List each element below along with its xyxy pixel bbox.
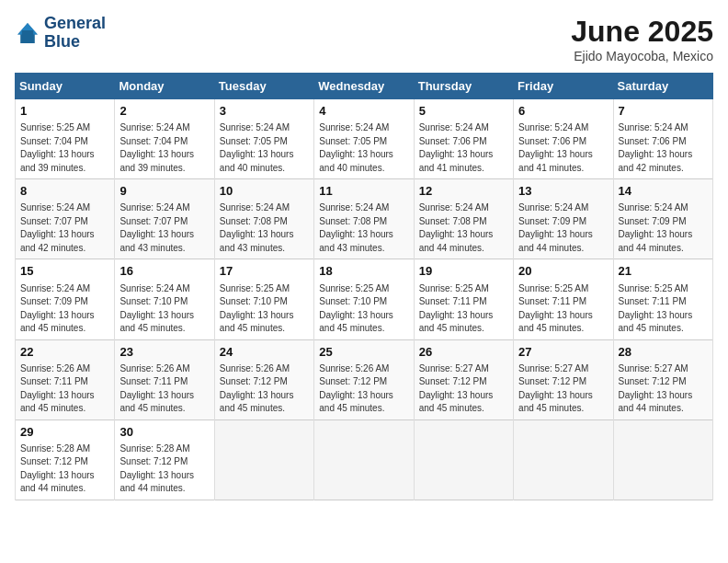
day-number: 28 xyxy=(619,344,708,361)
calendar-day-cell: 9Sunrise: 5:24 AM Sunset: 7:07 PM Daylig… xyxy=(115,179,214,259)
day-number: 24 xyxy=(220,344,309,361)
day-info: Sunrise: 5:28 AM Sunset: 7:12 PM Dayligh… xyxy=(119,442,209,496)
day-info: Sunrise: 5:24 AM Sunset: 7:05 PM Dayligh… xyxy=(220,121,309,175)
calendar-day-cell: 22Sunrise: 5:26 AM Sunset: 7:11 PM Dayli… xyxy=(16,339,115,419)
day-info: Sunrise: 5:24 AM Sunset: 7:06 PM Dayligh… xyxy=(518,121,608,175)
day-info: Sunrise: 5:25 AM Sunset: 7:10 PM Dayligh… xyxy=(319,282,408,336)
day-info: Sunrise: 5:24 AM Sunset: 7:07 PM Dayligh… xyxy=(20,201,109,255)
day-info: Sunrise: 5:26 AM Sunset: 7:11 PM Dayligh… xyxy=(20,362,109,416)
day-number: 18 xyxy=(319,263,408,280)
header-cell-friday: Friday xyxy=(514,74,613,99)
calendar-day-cell: 28Sunrise: 5:27 AM Sunset: 7:12 PM Dayli… xyxy=(613,339,712,419)
calendar-day-cell: 3Sunrise: 5:24 AM Sunset: 7:05 PM Daylig… xyxy=(214,99,313,179)
day-number: 6 xyxy=(518,103,608,120)
calendar-week-row: 15Sunrise: 5:24 AM Sunset: 7:09 PM Dayli… xyxy=(16,259,713,339)
calendar-day-cell: 26Sunrise: 5:27 AM Sunset: 7:12 PM Dayli… xyxy=(414,339,513,419)
calendar-day-cell: 19Sunrise: 5:25 AM Sunset: 7:11 PM Dayli… xyxy=(414,259,513,339)
calendar-subtitle: Ejido Mayocoba, Mexico xyxy=(571,49,713,63)
day-info: Sunrise: 5:24 AM Sunset: 7:05 PM Dayligh… xyxy=(319,121,408,175)
day-number: 7 xyxy=(619,103,708,120)
calendar-day-cell: 20Sunrise: 5:25 AM Sunset: 7:11 PM Dayli… xyxy=(514,259,613,339)
day-info: Sunrise: 5:26 AM Sunset: 7:11 PM Dayligh… xyxy=(119,362,209,416)
calendar-day-cell: 7Sunrise: 5:24 AM Sunset: 7:06 PM Daylig… xyxy=(613,99,712,179)
day-number: 20 xyxy=(518,263,608,280)
calendar-day-cell: 2Sunrise: 5:24 AM Sunset: 7:04 PM Daylig… xyxy=(115,99,214,179)
day-info: Sunrise: 5:24 AM Sunset: 7:04 PM Dayligh… xyxy=(119,121,209,175)
day-number: 17 xyxy=(220,263,309,280)
calendar-table: SundayMondayTuesdayWednesdayThursdayFrid… xyxy=(15,73,713,500)
logo-text: General Blue xyxy=(44,15,106,52)
calendar-day-cell: 8Sunrise: 5:24 AM Sunset: 7:07 PM Daylig… xyxy=(16,179,115,259)
day-number: 12 xyxy=(419,183,508,200)
day-number: 29 xyxy=(20,424,109,441)
day-number: 2 xyxy=(119,103,209,120)
day-number: 5 xyxy=(419,103,508,120)
day-number: 8 xyxy=(20,183,109,200)
calendar-day-cell: 6Sunrise: 5:24 AM Sunset: 7:06 PM Daylig… xyxy=(514,99,613,179)
day-info: Sunrise: 5:24 AM Sunset: 7:09 PM Dayligh… xyxy=(518,201,608,255)
day-info: Sunrise: 5:25 AM Sunset: 7:04 PM Dayligh… xyxy=(20,121,109,175)
day-number: 21 xyxy=(619,263,708,280)
day-info: Sunrise: 5:25 AM Sunset: 7:11 PM Dayligh… xyxy=(518,282,608,336)
calendar-day-cell: 25Sunrise: 5:26 AM Sunset: 7:12 PM Dayli… xyxy=(314,339,414,419)
header-cell-sunday: Sunday xyxy=(16,74,115,99)
calendar-day-cell: 5Sunrise: 5:24 AM Sunset: 7:06 PM Daylig… xyxy=(414,99,513,179)
logo: General Blue xyxy=(15,15,106,52)
day-info: Sunrise: 5:27 AM Sunset: 7:12 PM Dayligh… xyxy=(619,362,708,416)
day-number: 10 xyxy=(220,183,309,200)
day-info: Sunrise: 5:24 AM Sunset: 7:08 PM Dayligh… xyxy=(319,201,408,255)
logo-line1: General xyxy=(44,15,106,33)
day-info: Sunrise: 5:24 AM Sunset: 7:07 PM Dayligh… xyxy=(119,201,209,255)
calendar-day-cell: 30Sunrise: 5:28 AM Sunset: 7:12 PM Dayli… xyxy=(115,419,214,500)
day-info: Sunrise: 5:24 AM Sunset: 7:06 PM Dayligh… xyxy=(419,121,508,175)
day-number: 11 xyxy=(319,183,408,200)
calendar-day-cell: 13Sunrise: 5:24 AM Sunset: 7:09 PM Dayli… xyxy=(514,179,613,259)
day-info: Sunrise: 5:25 AM Sunset: 7:11 PM Dayligh… xyxy=(419,282,508,336)
calendar-day-cell: 15Sunrise: 5:24 AM Sunset: 7:09 PM Dayli… xyxy=(16,259,115,339)
calendar-day-cell xyxy=(613,419,712,500)
calendar-day-cell: 10Sunrise: 5:24 AM Sunset: 7:08 PM Dayli… xyxy=(214,179,313,259)
day-number: 26 xyxy=(419,344,508,361)
day-info: Sunrise: 5:26 AM Sunset: 7:12 PM Dayligh… xyxy=(220,362,309,416)
calendar-week-row: 8Sunrise: 5:24 AM Sunset: 7:07 PM Daylig… xyxy=(16,179,713,259)
header-cell-monday: Monday xyxy=(115,74,214,99)
title-section: June 2025 Ejido Mayocoba, Mexico xyxy=(571,15,713,63)
day-number: 22 xyxy=(20,344,109,361)
day-number: 15 xyxy=(20,263,109,280)
day-info: Sunrise: 5:24 AM Sunset: 7:09 PM Dayligh… xyxy=(619,201,708,255)
calendar-day-cell: 17Sunrise: 5:25 AM Sunset: 7:10 PM Dayli… xyxy=(214,259,313,339)
calendar-day-cell xyxy=(514,419,613,500)
calendar-body: 1Sunrise: 5:25 AM Sunset: 7:04 PM Daylig… xyxy=(16,99,713,500)
day-info: Sunrise: 5:24 AM Sunset: 7:08 PM Dayligh… xyxy=(419,201,508,255)
day-number: 9 xyxy=(119,183,209,200)
calendar-title: June 2025 xyxy=(571,15,713,49)
day-info: Sunrise: 5:26 AM Sunset: 7:12 PM Dayligh… xyxy=(319,362,408,416)
day-number: 4 xyxy=(319,103,408,120)
day-number: 14 xyxy=(619,183,708,200)
day-number: 1 xyxy=(20,103,109,120)
header-cell-wednesday: Wednesday xyxy=(314,74,414,99)
calendar-week-row: 22Sunrise: 5:26 AM Sunset: 7:11 PM Dayli… xyxy=(16,339,713,419)
day-info: Sunrise: 5:24 AM Sunset: 7:06 PM Dayligh… xyxy=(619,121,708,175)
header: General Blue June 2025 Ejido Mayocoba, M… xyxy=(15,15,713,63)
day-number: 30 xyxy=(119,424,209,441)
day-info: Sunrise: 5:27 AM Sunset: 7:12 PM Dayligh… xyxy=(518,362,608,416)
day-info: Sunrise: 5:25 AM Sunset: 7:11 PM Dayligh… xyxy=(619,282,708,336)
calendar-header-row: SundayMondayTuesdayWednesdayThursdayFrid… xyxy=(16,74,713,99)
calendar-day-cell xyxy=(414,419,513,500)
header-cell-tuesday: Tuesday xyxy=(214,74,313,99)
day-number: 27 xyxy=(518,344,608,361)
day-info: Sunrise: 5:24 AM Sunset: 7:09 PM Dayligh… xyxy=(20,282,109,336)
calendar-day-cell: 29Sunrise: 5:28 AM Sunset: 7:12 PM Dayli… xyxy=(16,419,115,500)
day-info: Sunrise: 5:25 AM Sunset: 7:10 PM Dayligh… xyxy=(220,282,309,336)
calendar-day-cell: 16Sunrise: 5:24 AM Sunset: 7:10 PM Dayli… xyxy=(115,259,214,339)
calendar-day-cell: 14Sunrise: 5:24 AM Sunset: 7:09 PM Dayli… xyxy=(613,179,712,259)
day-number: 16 xyxy=(119,263,209,280)
calendar-day-cell xyxy=(214,419,313,500)
day-info: Sunrise: 5:27 AM Sunset: 7:12 PM Dayligh… xyxy=(419,362,508,416)
header-cell-thursday: Thursday xyxy=(414,74,513,99)
logo-line2: Blue xyxy=(44,33,106,52)
header-cell-saturday: Saturday xyxy=(613,74,712,99)
calendar-day-cell: 12Sunrise: 5:24 AM Sunset: 7:08 PM Dayli… xyxy=(414,179,513,259)
calendar-day-cell: 1Sunrise: 5:25 AM Sunset: 7:04 PM Daylig… xyxy=(16,99,115,179)
